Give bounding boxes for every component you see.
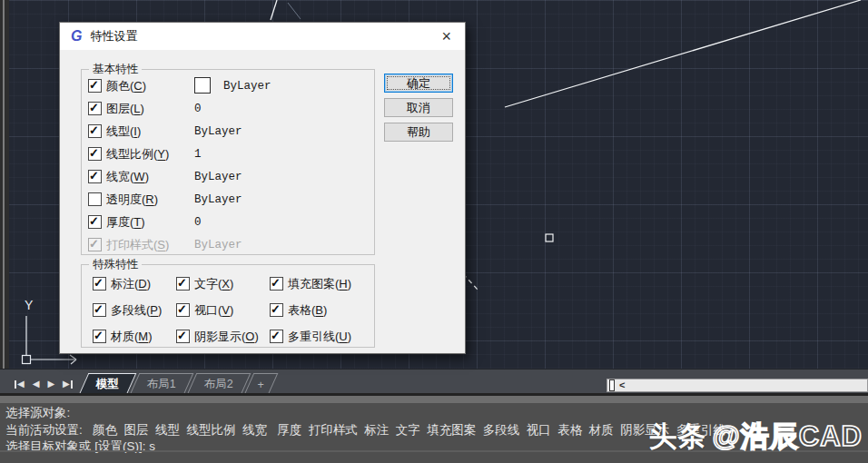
prev-page-icon[interactable]: ◀ — [33, 379, 40, 389]
ucs-y-label: Y — [25, 298, 34, 312]
pickbox-cursor — [546, 234, 553, 241]
command-divider[interactable] — [0, 393, 868, 403]
property-label: 材质(M) — [111, 329, 153, 345]
special-property-item: 标注(D) — [93, 277, 176, 291]
checkbox[interactable] — [270, 277, 283, 291]
special-property-item: 表格(B) — [270, 303, 374, 317]
special-property-item: 填充图案(H) — [270, 277, 374, 291]
property-label: 透明度(R) — [106, 192, 158, 208]
dialog-titlebar[interactable]: G 特性设置 × — [60, 23, 465, 50]
property-value: ByLayer — [223, 80, 271, 93]
checkbox[interactable] — [88, 147, 102, 161]
dialog-title: 特性设置 — [90, 28, 137, 44]
property-label: 多重引线(U) — [288, 329, 351, 345]
group-label: 基本特性 — [89, 62, 142, 77]
property-label: 视口(V) — [194, 302, 233, 319]
property-value: 1 — [194, 148, 202, 161]
property-label: 线型比例(Y) — [106, 146, 169, 163]
property-label: 厚度(T) — [106, 214, 145, 231]
next-page-icon[interactable]: ▶ — [47, 379, 54, 389]
property-value: 0 — [194, 216, 202, 229]
property-row: 线型比例(Y)1 — [88, 147, 374, 161]
app-window: Y G 特性设置 × 基本特性 颜色(C)ByLayer图层(L)0线型(I)B… — [0, 0, 868, 463]
scroll-left-icon[interactable]: < — [619, 380, 625, 390]
checkbox[interactable] — [270, 303, 283, 317]
checkbox[interactable] — [270, 330, 283, 343]
checkbox[interactable] — [176, 303, 190, 317]
property-value: ByLayer — [194, 171, 242, 183]
property-label: 多段线(P) — [111, 302, 162, 319]
tab-label: 模型 — [96, 377, 119, 392]
property-row: 线宽(W)ByLayer — [88, 170, 374, 183]
property-label: 线型(I) — [106, 123, 141, 140]
special-property-item: 视口(V) — [176, 303, 270, 317]
special-property-item: 多段线(P) — [93, 303, 176, 317]
first-page-icon[interactable]: ◀ — [15, 379, 25, 389]
property-label: 填充图案(H) — [288, 276, 351, 292]
property-row: 颜色(C)ByLayer — [88, 79, 374, 93]
tab-nav-buttons: ◀◀▶▶ — [15, 379, 73, 389]
color-swatch[interactable] — [194, 77, 211, 94]
checkbox[interactable] — [93, 277, 106, 291]
tab-label: 布局2 — [204, 377, 233, 392]
property-value: 0 — [194, 103, 202, 115]
tab-label: + — [257, 379, 263, 391]
watermark-prefix: 头条 — [649, 418, 707, 456]
checkbox[interactable] — [88, 192, 102, 206]
checkbox[interactable] — [93, 330, 106, 343]
special-property-item: 多重引线(U) — [270, 330, 374, 343]
watermark-handle: @浩辰CAD — [713, 418, 863, 456]
property-label: 表格(B) — [288, 302, 327, 319]
tab-label: 布局1 — [147, 377, 176, 392]
property-row: 线型(I)ByLayer — [88, 124, 374, 138]
property-row: 透明度(R)ByLayer — [88, 192, 374, 206]
last-page-icon[interactable]: ▶ — [63, 379, 73, 389]
checkbox[interactable] — [88, 170, 102, 183]
property-label: 阴影显示(O) — [194, 329, 259, 345]
checkbox[interactable] — [88, 79, 102, 93]
checkbox[interactable] — [88, 102, 102, 115]
checkbox[interactable] — [176, 330, 190, 343]
property-label: 文字(X) — [194, 276, 233, 292]
dialog-buttons: 确定取消帮助 — [384, 74, 453, 142]
horizontal-scrollbar[interactable]: < — [607, 379, 868, 392]
property-label: 标注(D) — [111, 276, 151, 292]
app-logo-icon: G — [71, 28, 82, 44]
property-value: ByLayer — [194, 239, 242, 251]
watermark: 头条 @浩辰CAD — [649, 418, 863, 456]
close-icon[interactable]: × — [439, 28, 454, 44]
property-row: 厚度(T)0 — [88, 215, 374, 229]
special-property-item: 文字(X) — [176, 277, 270, 291]
tab-布局2[interactable]: 布局2 — [186, 373, 251, 395]
property-label: 线宽(W) — [106, 169, 149, 185]
line-entity — [271, 0, 277, 20]
special-property-item: 材质(M) — [93, 330, 176, 343]
ok-button[interactable]: 确定 — [384, 74, 453, 93]
layout-tabbar: ◀◀▶▶ 模型布局1布局2+ < — [0, 369, 868, 394]
checkbox[interactable] — [88, 215, 102, 229]
checkbox[interactable] — [88, 124, 102, 138]
checkbox[interactable] — [88, 238, 102, 251]
tab-布局1[interactable]: 布局1 — [129, 373, 193, 395]
checkbox[interactable] — [176, 277, 190, 291]
properties-dialog: G 特性设置 × 基本特性 颜色(C)ByLayer图层(L)0线型(I)ByL… — [59, 22, 466, 354]
property-value: ByLayer — [194, 125, 242, 138]
line-entity — [505, 0, 861, 107]
property-row: 图层(L)0 — [88, 102, 374, 115]
special-properties-group: 特殊特性 标注(D)文字(X)填充图案(H)多段线(P)视口(V)表格(B)材质… — [81, 264, 375, 348]
property-label: 颜色(C) — [106, 78, 146, 94]
basic-rows: 颜色(C)ByLayer图层(L)0线型(I)ByLayer线型比例(Y)1线宽… — [82, 70, 374, 251]
tab-模型[interactable]: 模型 — [78, 373, 136, 395]
group-label: 特殊特性 — [89, 257, 142, 272]
special-grid: 标注(D)文字(X)填充图案(H)多段线(P)视口(V)表格(B)材质(M)阴影… — [82, 265, 374, 343]
checkbox[interactable] — [93, 303, 106, 317]
property-label: 打印样式(S) — [106, 237, 169, 253]
special-property-item: 阴影显示(O) — [176, 330, 270, 343]
property-label: 图层(L) — [106, 101, 144, 117]
property-value: ByLayer — [194, 193, 242, 206]
help-button[interactable]: 帮助 — [384, 123, 453, 142]
cancel-button[interactable]: 取消 — [384, 98, 453, 117]
line-entity — [288, 3, 301, 19]
layout-tabs: 模型布局1布局2+ — [84, 373, 276, 394]
scrollbar-thumb[interactable] — [609, 379, 615, 391]
